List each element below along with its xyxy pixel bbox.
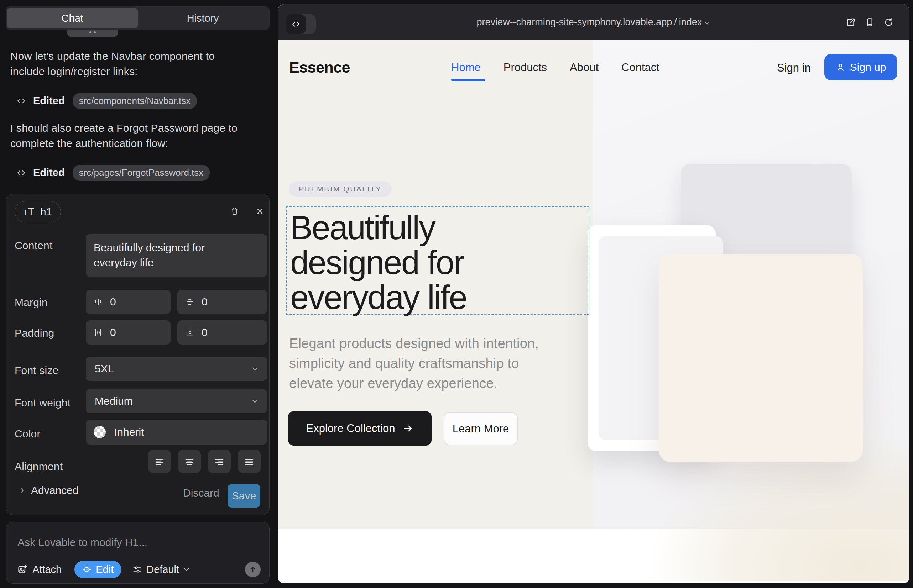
nav-home-underline	[451, 79, 486, 81]
content-textarea[interactable]: Beautifully designed for everyday life	[86, 234, 267, 277]
hero-paragraph: Elegant products designed with intention…	[289, 333, 539, 393]
code-icon	[16, 96, 26, 106]
prompt-placeholder[interactable]: Ask Lovable to modify H1...	[18, 536, 147, 549]
attach-image-icon	[18, 564, 28, 575]
align-left-icon	[154, 456, 165, 467]
text-type-icon: тT	[24, 207, 34, 218]
edited-label: Edited	[33, 167, 65, 179]
edit-label: Edit	[96, 564, 113, 575]
margin-y-input[interactable]: 0	[177, 290, 267, 314]
explore-collection-button[interactable]: Explore Collection	[288, 411, 432, 446]
font-size-select[interactable]: 5XL	[86, 357, 267, 381]
attach-button[interactable]: Attach	[32, 564, 62, 575]
preview-window: preview--charming-site-symphony.lovable.…	[278, 4, 909, 583]
site-nav: Home Products About Contact	[451, 61, 659, 74]
delete-element-button[interactable]	[223, 199, 246, 223]
hero-heading-line: designed for	[290, 245, 466, 280]
color-label: Color	[15, 428, 40, 440]
tab-chat[interactable]: Chat	[7, 8, 138, 29]
edited-file-row: Edited src/components/Navbar.tsx	[16, 93, 197, 108]
chevron-down-icon	[251, 365, 259, 373]
alignment-group	[148, 450, 261, 473]
align-left-button[interactable]	[148, 450, 171, 473]
font-size-label: Font size	[15, 365, 59, 376]
mobile-view-button[interactable]	[865, 18, 874, 27]
nav-products[interactable]: Products	[503, 61, 547, 74]
collapsed-chip[interactable]	[67, 30, 118, 37]
external-link-icon	[846, 18, 856, 27]
default-mode-button[interactable]: Default	[146, 564, 179, 575]
chat-message-line: I should also create a Forgot Password p…	[10, 120, 238, 136]
padding-y-value: 0	[202, 326, 207, 339]
align-center-button[interactable]	[178, 450, 201, 473]
padding-x-input[interactable]: 0	[86, 320, 170, 344]
edited-file-chip[interactable]: src/components/Navbar.tsx	[73, 93, 197, 109]
chat-message-line: include login/register links:	[10, 64, 138, 79]
padding-label: Padding	[15, 327, 55, 339]
chat-message-line: complete the authentication flow:	[10, 136, 168, 151]
code-icon	[16, 168, 26, 178]
color-value: Inherit	[114, 426, 144, 438]
signup-button[interactable]: Sign up	[824, 54, 897, 80]
code-icon	[291, 19, 301, 29]
margin-x-icon	[94, 297, 103, 307]
padding-y-input[interactable]: 0	[177, 320, 267, 344]
code-toggle[interactable]	[286, 14, 316, 34]
preview-topbar: preview--charming-site-symphony.lovable.…	[278, 4, 909, 40]
chat-message-line: Now let's update the Navbar component to	[10, 48, 215, 64]
save-button[interactable]: Save	[228, 484, 260, 507]
arrow-right-icon	[403, 423, 413, 434]
chevron-right-icon	[18, 486, 26, 494]
hero-heading-line: Beautifully	[290, 210, 466, 245]
edited-file-chip[interactable]: src/pages/ForgotPassword.tsx	[73, 165, 210, 181]
align-justify-button[interactable]	[238, 450, 261, 473]
preview-url[interactable]: preview--charming-site-symphony.lovable.…	[278, 4, 909, 40]
send-button[interactable]	[245, 562, 261, 577]
align-right-button[interactable]	[208, 450, 231, 473]
align-justify-icon	[244, 456, 254, 467]
lovable-app: Chat History Now let's update the Navbar…	[0, 0, 913, 588]
close-inspector-button[interactable]	[249, 200, 271, 223]
margin-label: Margin	[15, 297, 48, 309]
alignment-label: Alignment	[15, 460, 63, 473]
tab-history[interactable]: History	[138, 8, 269, 29]
align-center-icon	[184, 456, 195, 467]
element-tag: h1	[40, 206, 52, 218]
nav-about[interactable]: About	[570, 61, 599, 74]
font-size-value: 5XL	[95, 363, 113, 375]
chevron-down-icon	[251, 397, 259, 405]
signin-link[interactable]: Sign in	[777, 61, 811, 74]
advanced-toggle[interactable]: Advanced	[18, 485, 78, 496]
preview-domain: preview--charming-site-symphony.lovable.…	[477, 17, 672, 28]
chevron-down-icon	[704, 20, 711, 26]
padding-x-value: 0	[110, 326, 116, 339]
smartphone-icon	[865, 18, 874, 27]
signup-label: Sign up	[850, 61, 886, 73]
color-input[interactable]: Inherit	[86, 420, 267, 444]
margin-y-icon	[185, 297, 194, 307]
premium-quality-badge: PREMIUM QUALITY	[289, 181, 392, 197]
hero-heading[interactable]: Beautifully designed for everyday life	[290, 210, 466, 315]
site-logo[interactable]: Essence	[289, 59, 350, 76]
hero-paragraph-line: simplicity and quality craftsmanship to	[289, 354, 539, 373]
trash-icon	[230, 207, 239, 216]
open-external-button[interactable]	[846, 18, 856, 27]
element-type-pill: тT h1	[15, 201, 61, 223]
chat-panel: Chat History Now let's update the Navbar…	[0, 0, 278, 588]
nav-home[interactable]: Home	[451, 61, 481, 74]
code-toggle-active-segment	[286, 14, 306, 34]
edited-file-row: Edited src/pages/ForgotPassword.tsx	[16, 165, 210, 180]
hero-paragraph-line: elevate your everyday experience.	[289, 373, 539, 393]
discard-button[interactable]: Discard	[183, 487, 219, 499]
edit-mode-button[interactable]: Edit	[74, 561, 121, 578]
refresh-button[interactable]	[884, 18, 894, 27]
learn-more-button[interactable]: Learn More	[444, 412, 518, 445]
font-weight-select[interactable]: Medium	[86, 389, 267, 413]
margin-x-input[interactable]: 0	[86, 290, 170, 314]
font-weight-value: Medium	[95, 395, 133, 407]
sliders-icon	[132, 564, 142, 575]
nav-contact[interactable]: Contact	[622, 61, 659, 74]
advanced-label: Advanced	[31, 485, 78, 496]
arrow-up-icon	[249, 565, 257, 574]
padding-x-icon	[94, 328, 103, 337]
